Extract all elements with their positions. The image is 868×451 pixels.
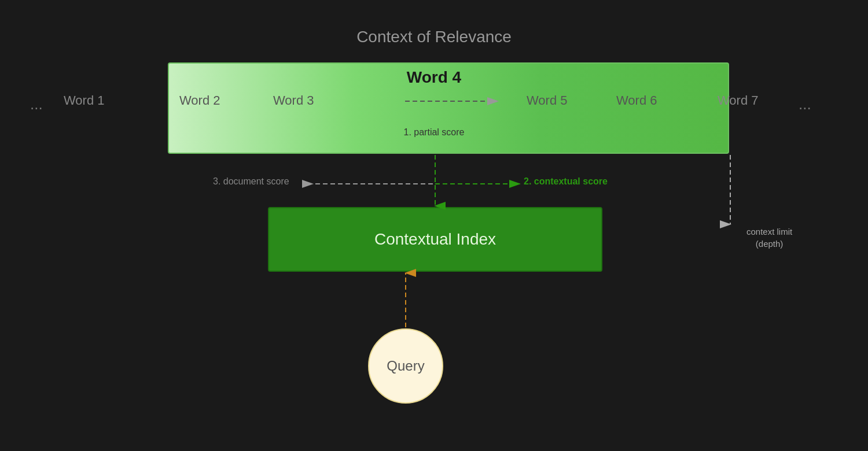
contextual-index-label: Contextual Index <box>374 230 496 249</box>
partial-score-label: 1. partial score <box>404 127 465 138</box>
word1-label: Word 1 <box>64 93 105 108</box>
ellipsis-left: ... <box>30 95 43 113</box>
word4-label: Word 4 <box>407 68 461 87</box>
word2-label: Word 2 <box>179 93 220 108</box>
query-label: Query <box>387 358 424 374</box>
word6-label: Word 6 <box>616 93 657 108</box>
query-circle: Query <box>368 328 443 404</box>
diagram-title: Context of Relevance <box>356 28 512 46</box>
word3-label: Word 3 <box>273 93 314 108</box>
word5-label: Word 5 <box>527 93 568 108</box>
context-limit-label: context limit(depth) <box>746 226 792 250</box>
contextual-score-label: 2. contextual score <box>524 176 608 187</box>
word7-label: Word 7 <box>718 93 759 108</box>
ellipsis-right: ... <box>799 95 811 113</box>
contextual-index-box: Contextual Index <box>268 207 602 272</box>
document-score-label: 3. document score <box>213 176 289 187</box>
